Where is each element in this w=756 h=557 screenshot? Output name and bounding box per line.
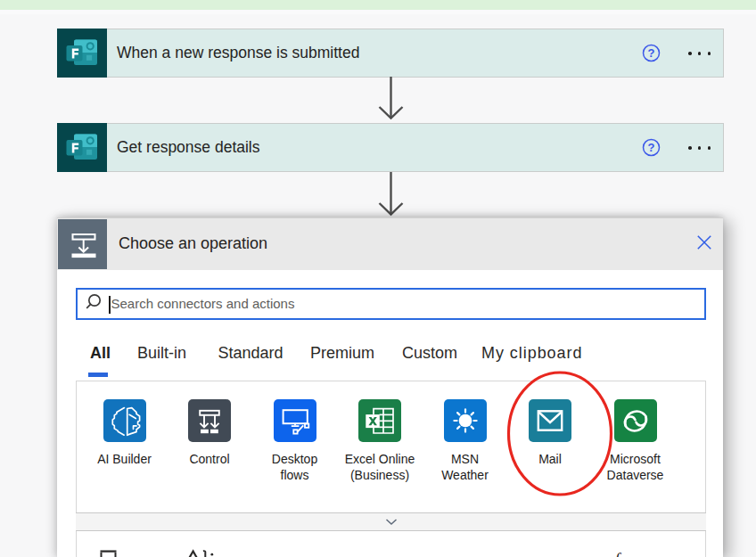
svg-text:?: ? xyxy=(648,141,655,154)
svg-text:?: ? xyxy=(648,46,655,60)
